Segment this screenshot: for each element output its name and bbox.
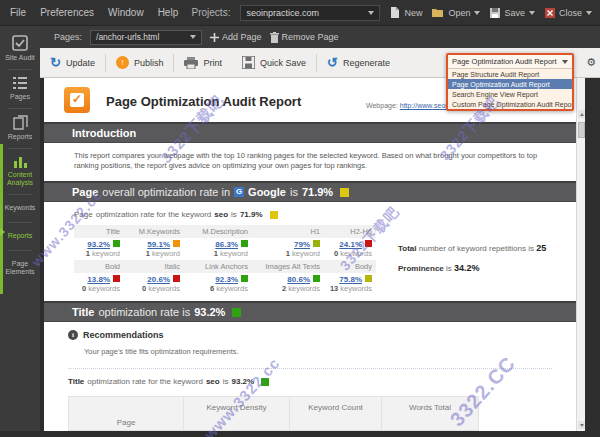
recommendations-heading: i Recommendations [44, 322, 576, 340]
update-button[interactable]: ↻ Update [40, 53, 105, 73]
sidebar-item-content-analysis[interactable]: Content Analysis [0, 149, 40, 194]
triangle-up-icon [580, 113, 584, 116]
metrics-value-row: 13.8%0 keywords 20.6%0 keywords 92.3%6 k… [74, 273, 376, 295]
metric-link[interactable]: 13.8% [87, 275, 110, 284]
report-page: ✓ Page Optimization Audit Report Re Webp… [44, 78, 576, 431]
section-page-rate: Page overall optimization rate in G Goog… [44, 181, 576, 202]
vertical-scrollbar[interactable] [576, 78, 585, 431]
gear-icon[interactable]: ⚙ [586, 56, 596, 69]
metrics-block: Title M.Keywords M.Description H1 H2-H6 … [44, 225, 576, 295]
scroll-down-button[interactable] [578, 421, 585, 429]
sidebar-item-label: Reports [8, 133, 33, 140]
sidebar-item-pages[interactable]: Pages [0, 70, 40, 108]
open-button[interactable]: Open [432, 8, 480, 18]
metric-link[interactable]: 20.6% [147, 275, 170, 284]
folder-icon [432, 8, 444, 18]
sidebar: Site Audit Pages Reports Content Analysi… [0, 26, 40, 437]
report-viewport: ✓ Page Optimization Audit Report Re Webp… [40, 78, 600, 431]
sidebar-item-label: Content Analysis [7, 171, 33, 186]
info-icon: i [68, 330, 78, 340]
add-page-button[interactable]: Add Page [210, 32, 262, 42]
menu-file[interactable]: File [10, 7, 26, 18]
status-square [241, 240, 248, 247]
refresh-icon: ↺ [327, 57, 338, 69]
bar-chart-icon [13, 155, 28, 168]
report-type-value: Page Optimization Audit Report [452, 57, 557, 66]
window-bottom-edge [0, 431, 600, 437]
sidebar-item-site-audit[interactable]: Site Audit [0, 26, 40, 69]
projects-label: Projects: [192, 7, 231, 18]
status-square [340, 188, 349, 197]
sidebar-item-label: Pages [10, 93, 30, 100]
sidebar-item-reports[interactable]: Reports [0, 109, 40, 148]
new-button[interactable]: New [390, 7, 422, 18]
metric-link[interactable]: 59.1% [147, 240, 170, 249]
chevron-down-icon [190, 35, 196, 39]
close-button[interactable]: Close [545, 8, 592, 18]
dropdown-option-search-engine-view[interactable]: Search Engine View Report [448, 89, 572, 99]
menubar: File Preferences Window Help Projects: s… [0, 0, 600, 26]
status-square [113, 275, 120, 282]
status-square [113, 240, 120, 247]
status-square [232, 308, 241, 317]
status-square [173, 240, 180, 247]
sidebar-item-page-elements[interactable]: Page Elements [0, 251, 40, 283]
print-button[interactable]: Print [174, 53, 232, 73]
metric-link[interactable]: 93.2% [87, 240, 110, 249]
sidebar-item-reports-sub[interactable]: Reports [0, 223, 40, 250]
menu-help[interactable]: Help [158, 7, 179, 18]
title-detail-table: Page Keyword Density Keyword Count Words… [68, 396, 479, 431]
scroll-up-button[interactable] [578, 110, 585, 118]
list-icon [12, 76, 28, 90]
plus-icon [210, 33, 219, 42]
metric-link[interactable]: 86.3% [215, 240, 238, 249]
sidebar-item-keywords[interactable]: Keywords [0, 195, 40, 222]
metric-link[interactable]: 79% [294, 240, 310, 249]
metric-link[interactable]: 75.8% [339, 275, 362, 284]
pages-bar: Pages: /anchor-urls.html Add Page Remove… [40, 26, 600, 48]
dropdown-option-page-structure[interactable]: Page Structure Audit Report [448, 69, 572, 79]
floppy-icon [490, 8, 500, 18]
metric-link[interactable]: 80.6% [287, 275, 310, 284]
metrics-table: Title M.Keywords M.Description H1 H2-H6 … [74, 225, 376, 295]
status-square [241, 275, 248, 282]
menu-preferences[interactable]: Preferences [40, 7, 94, 18]
save-button[interactable]: Save [490, 8, 535, 18]
prominence-line: Prominence is 34.2% [398, 263, 546, 273]
project-value: seoinpractice.com [246, 8, 319, 18]
floppy-icon [242, 56, 255, 69]
project-select[interactable]: seoinpractice.com [240, 5, 380, 21]
publish-button[interactable]: ↑ Publish [106, 53, 174, 73]
publish-up-arrow-icon: ↑ [116, 56, 129, 69]
menu-window[interactable]: Window [108, 7, 144, 18]
chevron-down-icon [586, 11, 592, 15]
status-square [313, 275, 320, 282]
report-type-dropdown: Page Optimization Audit Report Page Stru… [446, 53, 574, 111]
regenerate-button[interactable]: ↺ Regenerate [317, 53, 400, 73]
pages-select[interactable]: /anchor-urls.html [90, 30, 202, 45]
scrollbar-thumb[interactable] [578, 122, 585, 138]
recommendations-text: Your page's title fits optimization requ… [44, 340, 576, 364]
refresh-icon: ↻ [50, 57, 61, 69]
sidebar-item-label: Keywords [5, 204, 36, 211]
dropdown-option-page-optimization[interactable]: Page Optimization Audit Report [448, 79, 572, 89]
pages-label: Pages: [54, 32, 82, 42]
status-square [365, 240, 372, 247]
report-title: Page Optimization Audit Report [106, 94, 301, 109]
metrics-header-row: Bold Italic Link Anchors Images Alt Text… [74, 260, 376, 273]
remove-page-button[interactable]: Remove Page [270, 32, 339, 43]
metric-link[interactable]: 24.1% [339, 240, 362, 249]
trash-icon [270, 32, 279, 43]
totals-block: Total number of keyword repetitions is 2… [376, 225, 546, 295]
metric-link[interactable]: 92.3% [215, 275, 238, 284]
quick-save-button[interactable]: Quick Save [232, 53, 316, 73]
sidebar-item-label: Page Elements [5, 260, 34, 275]
page-keyword-rate-line: Page optimization rate for the keyword s… [44, 202, 576, 225]
total-repetitions-line: Total number of keyword repetitions is 2… [398, 243, 546, 253]
chevron-down-icon [529, 11, 535, 15]
report-type-select[interactable]: Page Optimization Audit Report [448, 55, 572, 69]
chevron-down-icon [562, 60, 568, 64]
intro-paragraph: This report compares your webpage with t… [44, 143, 576, 181]
dropdown-option-custom-page-optimization[interactable]: Custom Page Optimization Audit Report [448, 99, 572, 109]
section-title-rate: Title optimization rate is 93.2% [44, 301, 576, 322]
